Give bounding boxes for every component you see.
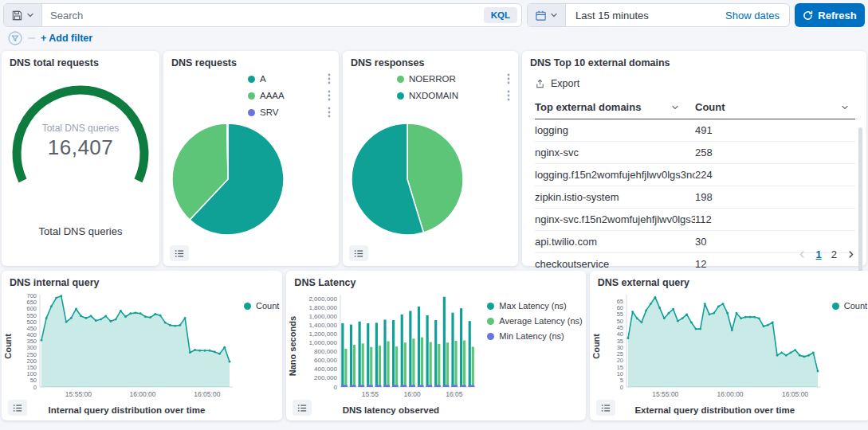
svg-text:0: 0: [620, 384, 623, 391]
legend-toggle-button[interactable]: [8, 400, 27, 416]
export-button[interactable]: Export: [522, 68, 866, 92]
time-range-value[interactable]: Last 15 minutes: [566, 4, 716, 26]
svg-text:15:55:00: 15:55:00: [65, 390, 92, 398]
legend-label: NXDOMAIN: [409, 91, 458, 100]
filter-bar: + Add filter: [2, 27, 866, 48]
svg-text:1,000,000: 1,000,000: [309, 339, 338, 346]
column-header-count[interactable]: Count: [695, 96, 855, 119]
legend-item[interactable]: Min Latency (ns): [487, 331, 582, 341]
next-page-button[interactable]: [846, 250, 855, 259]
kql-button[interactable]: KQL: [484, 7, 517, 23]
gauge-chart: Total DNS queries 16,407: [5, 78, 156, 191]
table-row[interactable]: logging491: [535, 119, 855, 142]
page-numbers: 12: [816, 248, 837, 260]
kebab-menu-icon[interactable]: [320, 107, 331, 118]
svg-text:0: 0: [334, 384, 338, 391]
pie-chart: [349, 121, 465, 237]
legend-dot: [487, 333, 494, 340]
x-axis-title: DNS latency observed: [299, 405, 482, 415]
legend-label: SRV: [260, 108, 278, 117]
y-axis-title: Nano seconds: [286, 290, 299, 403]
kebab-menu-icon[interactable]: [499, 73, 510, 84]
svg-text:16:00:00: 16:00:00: [717, 390, 743, 398]
legend-toggle-button[interactable]: [170, 245, 189, 261]
refresh-button[interactable]: Refresh: [795, 3, 865, 27]
svg-text:16:05:00: 16:05:00: [782, 390, 808, 398]
search-input[interactable]: [42, 4, 484, 26]
legend-item-srv[interactable]: SRV: [248, 107, 331, 118]
panel-top-external-domains: DNS Top 10 external domains Export Top e…: [522, 51, 866, 266]
legend-item-a[interactable]: A: [248, 73, 331, 84]
cell-domain: logging.f15n2womfujehfjlwv0lgs3nog....: [535, 164, 695, 186]
panel-title: DNS requests: [163, 51, 339, 68]
dashboard-page: KQL Last 15 minutes Show dates Refresh +…: [0, 0, 868, 430]
chart-legend: Count: [827, 290, 868, 403]
saved-query-menu-button[interactable]: [4, 4, 42, 26]
cell-count: 224: [695, 164, 855, 186]
sort-chevron-icon: [671, 104, 679, 111]
cell-domain: nginx-svc: [535, 142, 695, 163]
panel-dns-total-requests: DNS total requests Total DNS queries 16,…: [2, 51, 159, 266]
svg-text:16:05: 16:05: [446, 390, 464, 398]
svg-text:1,800,000: 1,800,000: [309, 304, 338, 311]
column-label: Count: [695, 101, 725, 113]
panel-dns-internal-query: DNS internal query Count 700650600550500…: [2, 271, 282, 420]
pie-legend: AAAAASRV: [248, 73, 331, 118]
legend-label: A: [260, 74, 266, 84]
page-number-1[interactable]: 1: [816, 248, 822, 260]
svg-text:1,400,000: 1,400,000: [309, 322, 338, 329]
pie-chart: [170, 121, 286, 237]
filter-icon[interactable]: [8, 31, 22, 45]
kebab-menu-icon[interactable]: [499, 90, 510, 101]
calendar-button[interactable]: [528, 4, 566, 26]
svg-text:0: 0: [33, 384, 37, 391]
panel-dns-requests: DNS requests AAAAASRV: [163, 51, 339, 266]
legend-toggle-button[interactable]: [596, 400, 615, 416]
legend-dot: [397, 92, 404, 100]
add-filter-link[interactable]: + Add filter: [41, 33, 92, 44]
legend-item[interactable]: Max Latency (ns): [487, 301, 582, 311]
legend-item[interactable]: Count: [244, 301, 279, 311]
svg-text:15:55: 15:55: [362, 390, 379, 398]
show-dates-link[interactable]: Show dates: [716, 4, 789, 26]
legend-label: Average Latency (ns): [499, 316, 582, 326]
svg-text:2,000,000: 2,000,000: [309, 295, 338, 303]
legend-label: Max Latency (ns): [499, 301, 566, 311]
table-row[interactable]: logging.f15n2womfujehfjlwv0lgs3nog....22…: [535, 164, 855, 186]
table-row[interactable]: nginx-svc.f15n2womfujehfjlwv0lgs3no...11…: [535, 209, 855, 231]
legend-dot: [248, 92, 255, 100]
search-bar: KQL: [3, 3, 522, 27]
legend-item-aaaa[interactable]: AAAA: [248, 90, 331, 101]
cell-domain: api.twilio.com: [535, 231, 695, 252]
legend-toggle-button[interactable]: [293, 400, 312, 416]
legend-dot: [832, 303, 839, 310]
kebab-menu-icon[interactable]: [320, 90, 331, 101]
column-header-domains[interactable]: Top external domains: [535, 96, 695, 119]
panel-dns-latency: DNS Latency Nano seconds 2,000,0001,800,…: [286, 271, 585, 420]
table-row[interactable]: nginx-svc258: [535, 142, 855, 164]
legend-dot: [244, 303, 251, 310]
export-label: Export: [551, 78, 579, 89]
previous-page-button[interactable]: [798, 250, 807, 259]
legend-item[interactable]: Average Latency (ns): [487, 316, 582, 326]
panel-title: DNS responses: [343, 51, 518, 68]
table-header: Top external domains Count: [535, 96, 855, 119]
panel-title: DNS total requests: [2, 51, 159, 68]
svg-text:15:55:00: 15:55:00: [652, 390, 678, 398]
cell-count: 491: [695, 119, 855, 141]
page-number-2[interactable]: 2: [831, 248, 837, 260]
bar-chart: 2,000,0001,800,0001,600,0001,400,0001,20…: [299, 290, 482, 403]
legend-item[interactable]: Count: [832, 301, 867, 311]
panel-title: DNS internal query: [2, 271, 282, 288]
table-scrollbar[interactable]: [858, 127, 862, 276]
column-label: Top external domains: [535, 101, 641, 113]
table-row[interactable]: zipkin.istio-system198: [535, 186, 855, 209]
panel-title: DNS Top 10 external domains: [522, 51, 866, 68]
legend-toggle-button[interactable]: [349, 245, 368, 261]
chevron-down-icon: [550, 11, 558, 19]
chart-legend: Count: [239, 290, 282, 403]
svg-text:16:00:00: 16:00:00: [129, 390, 155, 398]
kebab-menu-icon[interactable]: [320, 73, 331, 84]
legend-item-nxdomain[interactable]: NXDOMAIN: [397, 90, 510, 101]
legend-item-noerror[interactable]: NOERROR: [397, 73, 510, 84]
